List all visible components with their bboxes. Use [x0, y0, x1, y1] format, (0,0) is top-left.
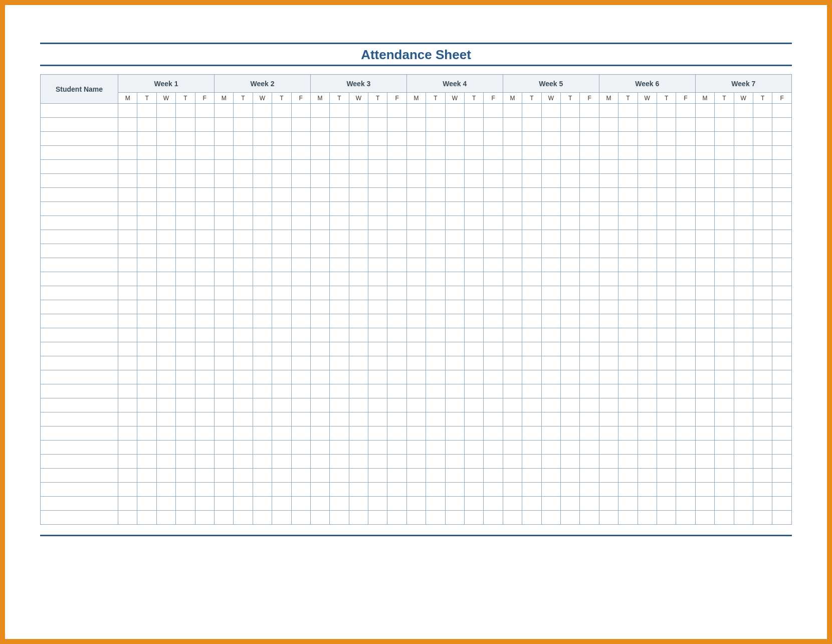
- attendance-cell[interactable]: [503, 441, 522, 455]
- attendance-cell[interactable]: [214, 216, 233, 230]
- attendance-cell[interactable]: [599, 174, 618, 188]
- attendance-cell[interactable]: [560, 469, 579, 483]
- student-name-cell[interactable]: [41, 244, 118, 258]
- attendance-cell[interactable]: [522, 511, 541, 525]
- attendance-cell[interactable]: [560, 328, 579, 342]
- attendance-cell[interactable]: [465, 258, 484, 272]
- attendance-cell[interactable]: [330, 314, 349, 328]
- attendance-cell[interactable]: [676, 300, 695, 314]
- attendance-cell[interactable]: [522, 441, 541, 455]
- attendance-cell[interactable]: [695, 328, 714, 342]
- attendance-cell[interactable]: [599, 300, 618, 314]
- attendance-cell[interactable]: [560, 342, 579, 356]
- attendance-cell[interactable]: [772, 118, 792, 132]
- attendance-cell[interactable]: [137, 412, 156, 426]
- attendance-cell[interactable]: [156, 104, 175, 118]
- attendance-cell[interactable]: [618, 216, 638, 230]
- attendance-cell[interactable]: [541, 370, 560, 384]
- student-name-cell[interactable]: [41, 202, 118, 216]
- attendance-cell[interactable]: [657, 497, 676, 511]
- attendance-cell[interactable]: [657, 356, 676, 370]
- attendance-cell[interactable]: [560, 398, 579, 412]
- attendance-cell[interactable]: [156, 244, 175, 258]
- attendance-cell[interactable]: [330, 132, 349, 146]
- attendance-cell[interactable]: [445, 469, 464, 483]
- attendance-cell[interactable]: [368, 216, 387, 230]
- attendance-cell[interactable]: [599, 132, 618, 146]
- attendance-cell[interactable]: [657, 258, 676, 272]
- attendance-cell[interactable]: [753, 244, 772, 258]
- attendance-cell[interactable]: [541, 300, 560, 314]
- attendance-cell[interactable]: [541, 328, 560, 342]
- attendance-cell[interactable]: [272, 441, 291, 455]
- attendance-cell[interactable]: [445, 160, 464, 174]
- attendance-cell[interactable]: [657, 104, 676, 118]
- attendance-cell[interactable]: [272, 398, 291, 412]
- attendance-cell[interactable]: [137, 497, 156, 511]
- attendance-cell[interactable]: [522, 455, 541, 469]
- attendance-cell[interactable]: [387, 202, 406, 216]
- attendance-cell[interactable]: [676, 342, 695, 356]
- attendance-cell[interactable]: [715, 286, 734, 300]
- attendance-cell[interactable]: [445, 244, 464, 258]
- attendance-cell[interactable]: [599, 426, 618, 441]
- attendance-cell[interactable]: [657, 511, 676, 525]
- attendance-cell[interactable]: [753, 118, 772, 132]
- attendance-cell[interactable]: [445, 426, 464, 441]
- attendance-cell[interactable]: [560, 244, 579, 258]
- attendance-cell[interactable]: [368, 132, 387, 146]
- attendance-cell[interactable]: [349, 455, 368, 469]
- attendance-cell[interactable]: [503, 398, 522, 412]
- attendance-cell[interactable]: [272, 370, 291, 384]
- attendance-cell[interactable]: [484, 174, 503, 188]
- attendance-cell[interactable]: [715, 426, 734, 441]
- attendance-cell[interactable]: [657, 370, 676, 384]
- attendance-cell[interactable]: [253, 132, 272, 146]
- attendance-cell[interactable]: [676, 272, 695, 286]
- attendance-cell[interactable]: [330, 412, 349, 426]
- attendance-cell[interactable]: [118, 230, 137, 244]
- attendance-cell[interactable]: [734, 426, 753, 441]
- attendance-cell[interactable]: [118, 244, 137, 258]
- attendance-cell[interactable]: [734, 244, 753, 258]
- attendance-cell[interactable]: [291, 188, 310, 202]
- attendance-cell[interactable]: [541, 216, 560, 230]
- attendance-cell[interactable]: [234, 188, 253, 202]
- attendance-cell[interactable]: [618, 314, 638, 328]
- attendance-cell[interactable]: [137, 286, 156, 300]
- attendance-cell[interactable]: [445, 188, 464, 202]
- student-name-cell[interactable]: [41, 132, 118, 146]
- attendance-cell[interactable]: [599, 104, 618, 118]
- student-name-cell[interactable]: [41, 146, 118, 160]
- attendance-cell[interactable]: [253, 188, 272, 202]
- attendance-cell[interactable]: [772, 160, 792, 174]
- attendance-cell[interactable]: [695, 244, 714, 258]
- attendance-cell[interactable]: [214, 370, 233, 384]
- attendance-cell[interactable]: [638, 160, 657, 174]
- attendance-cell[interactable]: [638, 497, 657, 511]
- attendance-cell[interactable]: [522, 356, 541, 370]
- attendance-cell[interactable]: [753, 412, 772, 426]
- attendance-cell[interactable]: [715, 188, 734, 202]
- attendance-cell[interactable]: [349, 286, 368, 300]
- attendance-cell[interactable]: [638, 469, 657, 483]
- attendance-cell[interactable]: [618, 384, 638, 398]
- attendance-cell[interactable]: [349, 216, 368, 230]
- student-name-cell[interactable]: [41, 188, 118, 202]
- attendance-cell[interactable]: [465, 216, 484, 230]
- attendance-cell[interactable]: [426, 384, 445, 398]
- attendance-cell[interactable]: [310, 174, 329, 188]
- attendance-cell[interactable]: [484, 384, 503, 398]
- attendance-cell[interactable]: [406, 412, 426, 426]
- attendance-cell[interactable]: [657, 244, 676, 258]
- attendance-cell[interactable]: [734, 272, 753, 286]
- attendance-cell[interactable]: [560, 483, 579, 497]
- attendance-cell[interactable]: [176, 497, 195, 511]
- attendance-cell[interactable]: [330, 216, 349, 230]
- attendance-cell[interactable]: [137, 244, 156, 258]
- attendance-cell[interactable]: [291, 511, 310, 525]
- attendance-cell[interactable]: [349, 497, 368, 511]
- attendance-cell[interactable]: [445, 441, 464, 455]
- attendance-cell[interactable]: [618, 356, 638, 370]
- attendance-cell[interactable]: [484, 244, 503, 258]
